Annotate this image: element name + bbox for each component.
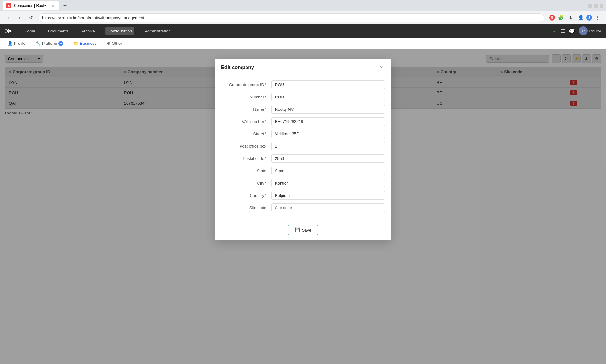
refresh-button[interactable]: ↺ bbox=[27, 13, 35, 22]
platform-badge: ● bbox=[58, 41, 63, 46]
routty-extension-icon[interactable]: R bbox=[549, 15, 555, 21]
modal-title: Edit company bbox=[221, 65, 254, 70]
field-corp-id[interactable] bbox=[271, 80, 385, 89]
form-row-pobox: Post office box bbox=[221, 142, 385, 150]
tab-title: Companies | Routy bbox=[14, 3, 46, 8]
form-row-number: Number* bbox=[221, 93, 385, 101]
address-bar[interactable]: https://dev.routty.be/portal/routty/#com… bbox=[38, 13, 544, 22]
sub-navigation: 👤 Profile 🔧 Platform ● 📁 Business ⚙ Othe… bbox=[0, 38, 606, 49]
field-country[interactable] bbox=[271, 191, 385, 200]
maximize-button[interactable] bbox=[594, 4, 598, 8]
nav-item-configuration[interactable]: Configuration bbox=[105, 27, 134, 35]
close-window-button[interactable] bbox=[600, 4, 603, 8]
content-area: Companies ▾ + ↻ ⚡ ⬇ ⚙ bbox=[0, 49, 606, 364]
avatar: R bbox=[579, 26, 588, 35]
field-pobox[interactable] bbox=[271, 142, 385, 150]
nav-item-archive[interactable]: Archive bbox=[79, 27, 97, 35]
field-vat[interactable] bbox=[271, 117, 385, 126]
user-menu[interactable]: R Routty bbox=[579, 26, 601, 35]
modal-footer: 💾 Save bbox=[215, 221, 391, 240]
app-logo[interactable]: ≫ bbox=[5, 27, 12, 35]
forward-button[interactable]: › bbox=[15, 13, 24, 22]
field-label-pobox: Post office box bbox=[221, 144, 271, 149]
top-navigation: ≫ Home Documents Archive Configuration A… bbox=[0, 24, 606, 38]
minimize-button[interactable] bbox=[588, 4, 592, 8]
form-row-country: Country* bbox=[221, 191, 385, 200]
field-label-sitecode: Site code bbox=[221, 205, 271, 210]
list-icon[interactable]: ☰ bbox=[561, 28, 565, 34]
modal-overlay: Edit company × Corporate group ID* bbox=[0, 49, 606, 364]
extensions-button[interactable]: 🧩 bbox=[556, 13, 565, 22]
save-button[interactable]: 💾 Save bbox=[288, 225, 318, 235]
field-label-corp-id: Corporate group ID* bbox=[221, 82, 271, 87]
field-label-state: State bbox=[221, 168, 271, 173]
new-tab-button[interactable]: + bbox=[61, 1, 69, 10]
field-label-name: Name* bbox=[221, 107, 271, 112]
chat-icon[interactable]: 💬 bbox=[569, 28, 575, 34]
subnav-business[interactable]: 📁 Business bbox=[71, 40, 99, 47]
business-icon: 📁 bbox=[74, 41, 79, 46]
field-number[interactable] bbox=[271, 93, 385, 101]
form-row-vat: VAT number* bbox=[221, 117, 385, 126]
field-city[interactable] bbox=[271, 179, 385, 187]
status-indicator: ✓ bbox=[553, 28, 557, 34]
other-icon: ⚙ bbox=[107, 41, 110, 46]
profile-icon: 👤 bbox=[8, 41, 13, 46]
form-row-street: Street* bbox=[221, 130, 385, 138]
nav-item-home[interactable]: Home bbox=[22, 27, 38, 35]
modal-close-button[interactable]: × bbox=[377, 64, 385, 71]
form-row-city: City* bbox=[221, 179, 385, 187]
edit-company-modal: Edit company × Corporate group ID* bbox=[215, 59, 391, 240]
platform-icon: 🔧 bbox=[36, 41, 41, 46]
field-label-postal: Postal code* bbox=[221, 156, 271, 161]
field-label-number: Number* bbox=[221, 95, 271, 99]
field-street[interactable] bbox=[271, 130, 385, 138]
nav-item-documents[interactable]: Documents bbox=[45, 27, 71, 35]
tab-close-button[interactable]: × bbox=[50, 3, 56, 8]
profile-button[interactable]: 👤 bbox=[576, 13, 585, 22]
field-label-street: Street* bbox=[221, 132, 271, 136]
notification-button[interactable]: 3 bbox=[586, 15, 592, 21]
subnav-profile[interactable]: 👤 Profile bbox=[5, 40, 28, 47]
field-label-vat: VAT number* bbox=[221, 119, 271, 124]
tab-favicon: R bbox=[6, 3, 11, 8]
menu-button[interactable]: ⋮ bbox=[593, 13, 602, 22]
modal-body: Corporate group ID* Number* bbox=[215, 75, 391, 221]
form-row-name: Name* bbox=[221, 105, 385, 114]
subnav-platform[interactable]: 🔧 Platform ● bbox=[33, 40, 66, 47]
form-row-state: State bbox=[221, 167, 385, 175]
download-button[interactable]: ⬇ bbox=[566, 13, 575, 22]
field-sitecode[interactable] bbox=[271, 203, 385, 212]
form-row-postal: Postal code* bbox=[221, 154, 385, 163]
nav-item-administration[interactable]: Administration bbox=[142, 27, 173, 35]
form-row-corp-id: Corporate group ID* bbox=[221, 80, 385, 89]
modal-header: Edit company × bbox=[215, 59, 391, 75]
field-label-country: Country* bbox=[221, 193, 271, 198]
browser-tab[interactable]: R Companies | Routy × bbox=[3, 1, 59, 10]
back-button[interactable]: ‹ bbox=[4, 13, 13, 22]
form-row-sitecode: Site code bbox=[221, 203, 385, 212]
field-name[interactable] bbox=[271, 105, 385, 114]
field-state[interactable] bbox=[271, 167, 385, 175]
save-icon: 💾 bbox=[295, 227, 300, 232]
field-postal[interactable] bbox=[271, 154, 385, 163]
field-label-city: City* bbox=[221, 181, 271, 185]
subnav-other[interactable]: ⚙ Other bbox=[104, 40, 125, 47]
